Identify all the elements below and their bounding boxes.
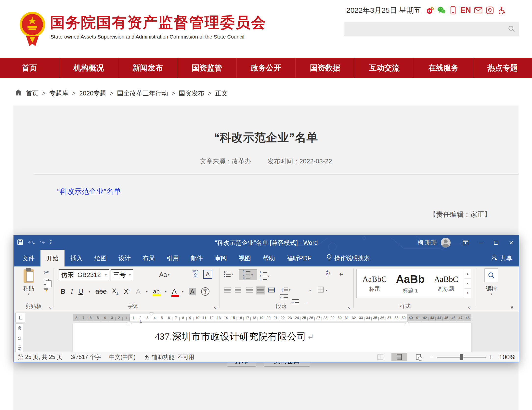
close-button[interactable]: × bbox=[504, 236, 519, 250]
underline-button[interactable]: U bbox=[78, 288, 83, 295]
breadcrumb-topics[interactable]: 专题库 bbox=[49, 89, 68, 98]
horizontal-ruler[interactable]: 87654321 1234567891011121314151617181920… bbox=[73, 314, 471, 321]
search-icon[interactable] bbox=[508, 25, 515, 33]
align-center-button[interactable] bbox=[235, 288, 241, 292]
text-effects-dropdown-icon[interactable]: ▾ bbox=[146, 290, 148, 293]
phonetic-guide-button[interactable]: wén文 bbox=[193, 269, 198, 278]
nav-item-hot-topics[interactable]: 热点专题 bbox=[473, 58, 532, 78]
italic-button[interactable]: I bbox=[71, 288, 73, 295]
clear-formatting-button[interactable]: A bbox=[180, 285, 532, 293]
font-name-select[interactable]: 仿宋_GB2312▾ bbox=[59, 269, 109, 280]
highlight-button[interactable]: ab bbox=[153, 288, 160, 295]
tab-stop-marker[interactable]: L bbox=[140, 319, 142, 324]
page-indicator[interactable]: 第 25 页, 共 25 页 bbox=[18, 353, 63, 361]
site-search-input[interactable] bbox=[344, 22, 519, 36]
first-line-indent-marker[interactable] bbox=[150, 313, 154, 317]
tab-selector[interactable]: L bbox=[15, 313, 25, 322]
bullets-button[interactable]: ▾ bbox=[224, 271, 233, 277]
customize-toolbar-icon[interactable]: ▾ bbox=[50, 240, 52, 245]
style-title[interactable]: AaBbC 标题 bbox=[357, 269, 392, 298]
decrease-indent-button[interactable]: ← bbox=[280, 294, 288, 299]
maximize-button[interactable] bbox=[488, 236, 504, 250]
mail-icon[interactable] bbox=[474, 6, 482, 14]
breadcrumb-2020[interactable]: 2020专题 bbox=[79, 89, 106, 98]
tab-help[interactable]: 帮助 bbox=[257, 250, 281, 266]
styles-scroll-up-icon[interactable]: ▲ bbox=[464, 269, 471, 279]
undo-icon[interactable]: ↶▾ bbox=[28, 239, 35, 247]
weibo-icon[interactable] bbox=[426, 6, 434, 14]
tab-mailings[interactable]: 邮件 bbox=[185, 250, 209, 266]
tab-foxit-pdf[interactable]: 福昕PDF bbox=[281, 250, 317, 266]
borders-dropdown-icon[interactable]: ▾ bbox=[325, 289, 327, 292]
vertical-ruler[interactable]: 29 30 31 bbox=[15, 323, 23, 352]
user-name[interactable]: 柯 珊珊 bbox=[417, 239, 437, 247]
word-count[interactable]: 3/7517 个字 bbox=[71, 353, 101, 361]
tab-file[interactable]: 文件 bbox=[16, 250, 40, 266]
minimize-button[interactable]: ─ bbox=[473, 236, 488, 250]
paste-dropdown-icon[interactable]: ▾ bbox=[28, 292, 30, 296]
tab-references[interactable]: 引用 bbox=[161, 250, 185, 266]
strikethrough-button[interactable]: abe bbox=[96, 288, 107, 295]
sort-button[interactable]: AZ↓ bbox=[326, 270, 330, 276]
nav-item-interaction[interactable]: 互动交流 bbox=[355, 58, 414, 78]
style-heading1[interactable]: AaBb 标题 1 bbox=[392, 269, 428, 298]
format-painter-icon[interactable] bbox=[44, 288, 49, 294]
nav-item-data[interactable]: 国资数据 bbox=[296, 58, 355, 78]
read-mode-button[interactable] bbox=[372, 353, 388, 361]
accessibility-status[interactable]: ? 辅助功能: 不可用 bbox=[144, 353, 195, 361]
justify-button[interactable] bbox=[256, 286, 265, 294]
document-page[interactable]: 437.深圳市市政设计研究院有限公司↵ bbox=[73, 323, 471, 352]
styles-dialog-launcher[interactable]: ↘ bbox=[467, 305, 471, 310]
nav-item-online-service[interactable]: 在线服务 bbox=[414, 58, 473, 78]
wechat-icon[interactable] bbox=[437, 6, 446, 14]
font-color-dropdown-icon[interactable]: ▾ bbox=[182, 290, 184, 293]
font-color-button[interactable]: A bbox=[172, 288, 177, 295]
zoom-in-button[interactable]: + bbox=[489, 353, 493, 361]
breadcrumb-home[interactable]: 首页 bbox=[26, 89, 39, 98]
nav-item-supervision[interactable]: 国资监管 bbox=[177, 58, 236, 78]
styles-gallery-expand-icon[interactable]: ⇟ bbox=[464, 289, 471, 298]
zoom-level[interactable]: 100% bbox=[496, 353, 515, 361]
web-layout-button[interactable] bbox=[411, 353, 426, 361]
clipboard-dialog-launcher[interactable]: ↘ bbox=[48, 305, 52, 310]
paragraph-dialog-launcher[interactable]: ↘ bbox=[347, 305, 350, 310]
attachment-link[interactable]: “科改示范企业”名单 bbox=[57, 186, 121, 197]
zoom-out-button[interactable]: − bbox=[430, 353, 434, 361]
character-shading-button[interactable]: A bbox=[189, 288, 195, 295]
tab-insert[interactable]: 插入 bbox=[65, 250, 89, 266]
underline-dropdown-icon[interactable]: ▾ bbox=[89, 290, 90, 293]
english-link[interactable]: EN bbox=[460, 6, 471, 15]
character-border-button[interactable]: A bbox=[203, 270, 212, 279]
text-effects-button[interactable]: A bbox=[136, 287, 141, 296]
right-indent-marker[interactable] bbox=[405, 319, 409, 324]
shading-dropdown-icon[interactable]: ▾ bbox=[309, 289, 311, 292]
font-dialog-launcher[interactable]: ↘ bbox=[213, 305, 217, 310]
copy-icon[interactable] bbox=[44, 279, 49, 285]
document-text-line[interactable]: 437.深圳市市政设计研究院有限公司↵ bbox=[155, 330, 314, 343]
borders-button[interactable] bbox=[318, 287, 324, 292]
highlight-dropdown-icon[interactable]: ▾ bbox=[165, 290, 167, 293]
tab-draw[interactable]: 绘图 bbox=[89, 250, 113, 266]
align-left-button[interactable] bbox=[224, 288, 231, 292]
mobile-icon[interactable] bbox=[449, 6, 457, 14]
multilevel-list-button[interactable]: 1ai ▾ bbox=[260, 271, 270, 281]
align-right-button[interactable] bbox=[246, 288, 253, 292]
location-icon[interactable] bbox=[486, 6, 494, 14]
nav-item-news[interactable]: 新闻发布 bbox=[118, 58, 177, 78]
nav-item-organization[interactable]: 机构概况 bbox=[59, 58, 118, 78]
styles-scroll-down-icon[interactable]: ▼ bbox=[464, 279, 471, 288]
numbering-button[interactable]: 123 ▾ bbox=[239, 269, 257, 280]
zoom-slider-track[interactable] bbox=[437, 357, 486, 357]
tab-view[interactable]: 视图 bbox=[233, 250, 257, 266]
share-button[interactable]: 共享 bbox=[491, 250, 512, 266]
user-avatar[interactable] bbox=[441, 238, 451, 248]
paste-button[interactable]: 粘贴 ▾ bbox=[17, 268, 40, 301]
left-indent-box-marker[interactable] bbox=[127, 322, 131, 324]
tab-home[interactable]: 开始 bbox=[40, 250, 65, 266]
print-layout-button[interactable] bbox=[391, 353, 407, 361]
breadcrumb-release[interactable]: 国资发布 bbox=[179, 89, 204, 98]
enclose-characters-button[interactable]: 字 bbox=[201, 287, 209, 296]
zoom-slider-handle[interactable] bbox=[460, 354, 463, 360]
subscript-button[interactable]: X2 bbox=[112, 287, 118, 295]
tab-design[interactable]: 设计 bbox=[113, 250, 137, 266]
